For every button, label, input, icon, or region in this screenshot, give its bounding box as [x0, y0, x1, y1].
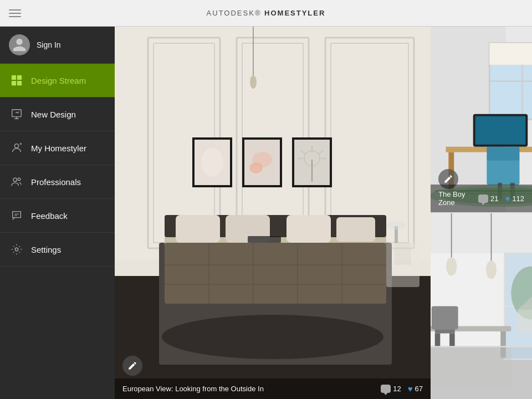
- sidebar-item-label-design-stream: Design Stream: [31, 76, 86, 85]
- svg-rect-47: [336, 217, 375, 242]
- svg-point-5: [14, 144, 18, 148]
- heart-icon-boyzone: ♥: [505, 194, 510, 203]
- like-count-boyzone: 112: [512, 195, 524, 203]
- sidebar: Sign In Design Stream New Design: [0, 27, 115, 399]
- comment-count-bedroom: 12: [393, 385, 401, 393]
- svg-rect-3: [17, 81, 22, 85]
- sidebar-item-my-homestyler[interactable]: My Homestyler: [0, 131, 115, 165]
- sidebar-item-professionals[interactable]: Professionals: [0, 165, 115, 199]
- svg-rect-58: [395, 243, 411, 265]
- comment-stat-boyzone: 21: [478, 195, 498, 203]
- design-card-boyzone[interactable]: SF: [431, 27, 532, 212]
- edit-icon-boyzone: [443, 174, 453, 184]
- card-title-bedroom: European View: Looking from the Outside …: [122, 385, 381, 393]
- card-stats-bedroom: 12 ♥ 67: [381, 384, 423, 393]
- svg-point-120: [486, 260, 497, 279]
- svg-rect-94: [487, 147, 519, 161]
- svg-point-8: [18, 178, 21, 181]
- new-design-icon: [9, 106, 24, 122]
- card-overlay-boyzone: The Boy Zone 21 ♥ 112: [431, 185, 532, 212]
- signin-label: Sign In: [37, 40, 61, 49]
- edit-button-bedroom[interactable]: [122, 356, 142, 376]
- svg-rect-132: [431, 346, 532, 347]
- design-card-modern[interactable]: [431, 213, 532, 399]
- comment-stat-bedroom: 12: [381, 385, 401, 393]
- avatar: [9, 34, 30, 55]
- like-stat-boyzone: ♥ 112: [505, 194, 524, 203]
- svg-rect-90: [475, 116, 526, 145]
- comment-icon-bedroom: [381, 385, 391, 393]
- svg-point-56: [162, 315, 383, 359]
- svg-point-11: [15, 248, 18, 251]
- svg-point-31: [249, 162, 263, 173]
- design-grid: European View: Looking from the Outside …: [115, 27, 532, 399]
- like-count-bedroom: 67: [415, 385, 423, 393]
- svg-point-60: [386, 221, 406, 229]
- logo-prefix: AUTODESK®: [207, 9, 264, 17]
- svg-rect-113: [518, 309, 532, 332]
- card-overlay-bedroom: European View: Looking from the Outside …: [115, 378, 431, 399]
- svg-rect-46: [287, 215, 331, 243]
- svg-rect-44: [176, 215, 220, 243]
- svg-rect-0: [12, 75, 16, 80]
- svg-rect-133: [431, 347, 511, 387]
- sidebar-item-label-my-homestyler: My Homestyler: [31, 144, 86, 153]
- menu-button[interactable]: [9, 9, 21, 17]
- svg-point-24: [250, 75, 257, 89]
- app-logo: AUTODESK® HOMESTYLER: [207, 9, 326, 17]
- card-title-boyzone: The Boy Zone: [438, 190, 478, 207]
- svg-rect-68: [489, 43, 532, 65]
- sidebar-item-settings[interactable]: Settings: [0, 233, 115, 267]
- svg-rect-131: [449, 334, 455, 347]
- professionals-icon: [9, 174, 24, 190]
- app-header: AUTODESK® HOMESTYLER: [0, 0, 532, 27]
- user-icon: [12, 37, 27, 53]
- right-column: SF: [431, 27, 532, 399]
- svg-rect-104: [431, 213, 532, 253]
- logo-brand: HOMESTYLER: [264, 9, 325, 17]
- svg-point-7: [13, 178, 17, 181]
- comment-icon-boyzone: [478, 195, 488, 203]
- svg-point-27: [201, 148, 223, 177]
- svg-rect-2: [12, 81, 16, 85]
- svg-rect-129: [435, 329, 455, 333]
- settings-icon: [9, 242, 24, 257]
- feedback-icon: [9, 208, 24, 223]
- sidebar-item-label-professionals: Professionals: [31, 177, 81, 187]
- svg-rect-130: [435, 334, 441, 347]
- sidebar-item-label-new-design: New Design: [31, 110, 76, 119]
- sidebar-item-new-design[interactable]: New Design: [0, 98, 115, 131]
- svg-rect-48: [165, 243, 386, 304]
- edit-icon: [127, 361, 137, 371]
- svg-point-118: [446, 257, 457, 276]
- design-stream-icon: [9, 73, 24, 88]
- card-stats-boyzone: 21 ♥ 112: [478, 194, 524, 203]
- sidebar-item-feedback[interactable]: Feedback: [0, 199, 115, 233]
- svg-rect-93: [487, 157, 519, 185]
- svg-rect-55: [248, 236, 281, 243]
- svg-rect-6: [20, 143, 22, 145]
- my-homestyler-icon: [9, 140, 24, 156]
- sidebar-item-label-feedback: Feedback: [31, 211, 68, 221]
- svg-rect-4: [12, 110, 22, 117]
- sidebar-profile[interactable]: Sign In: [0, 27, 115, 64]
- sidebar-item-label-settings: Settings: [31, 245, 61, 254]
- sidebar-item-design-stream[interactable]: Design Stream: [0, 64, 115, 98]
- modern-illustration: [431, 213, 532, 399]
- svg-rect-128: [432, 306, 458, 330]
- main-content: European View: Looking from the Outside …: [115, 27, 532, 399]
- design-card-bedroom[interactable]: European View: Looking from the Outside …: [115, 27, 431, 399]
- svg-rect-1: [17, 75, 22, 80]
- heart-icon-bedroom: ♥: [408, 384, 413, 393]
- like-stat-bedroom: ♥ 67: [408, 384, 423, 393]
- bedroom-illustration: [115, 27, 431, 399]
- comment-count-boyzone: 21: [490, 195, 498, 203]
